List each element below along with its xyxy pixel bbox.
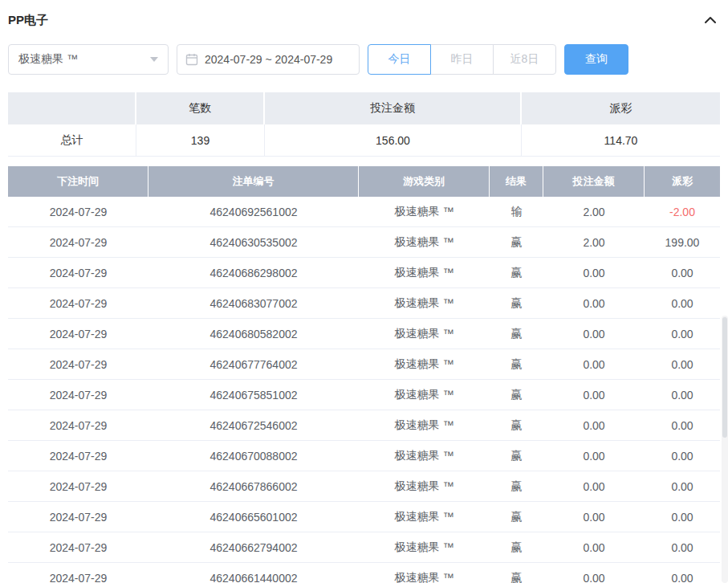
cell-payout: 0.00 <box>645 258 720 287</box>
table-row: 2024-07-29 46240672546002 极速糖果 ™ 赢 0.00 … <box>8 410 720 441</box>
table-row: 2024-07-29 46240630535002 极速糖果 ™ 赢 2.00 … <box>8 227 720 258</box>
date-range-input[interactable]: 2024-07-29 ~ 2024-07-29 <box>177 44 360 75</box>
cell-bet-amount: 0.00 <box>543 410 645 440</box>
cell-bet-amount: 0.00 <box>543 471 645 501</box>
cell-game-type: 极速糖果 ™ <box>359 441 490 471</box>
cell-bet-time: 2024-07-29 <box>8 197 148 226</box>
summary-total-label: 总计 <box>8 124 136 157</box>
chevron-up-icon <box>704 16 717 24</box>
cell-payout: 0.00 <box>645 288 720 318</box>
cell-result: 赢 <box>490 288 543 318</box>
summary-header-row: 笔数 投注金额 派彩 <box>8 92 720 124</box>
yesterday-button[interactable]: 昨日 <box>430 44 494 75</box>
query-button[interactable]: 查询 <box>564 44 628 75</box>
cell-payout: 0.00 <box>645 349 720 379</box>
cell-game-type: 极速糖果 ™ <box>359 380 490 410</box>
cell-bet-amount: 0.00 <box>543 319 645 349</box>
game-select-value: 极速糖果 ™ <box>18 52 78 67</box>
cell-game-type: 极速糖果 ™ <box>359 471 490 501</box>
chevron-down-icon <box>150 57 158 62</box>
cell-result: 赢 <box>490 349 543 379</box>
cell-bet-amount: 2.00 <box>543 197 645 226</box>
cell-bet-amount: 0.00 <box>543 380 645 410</box>
table-row: 2024-07-29 46240667866002 极速糖果 ™ 赢 0.00 … <box>8 471 720 502</box>
cell-game-type: 极速糖果 ™ <box>359 227 490 257</box>
cell-result: 赢 <box>490 380 543 410</box>
cell-bet-time: 2024-07-29 <box>8 410 148 440</box>
cell-order-no: 46240662794002 <box>148 532 359 562</box>
cell-bet-time: 2024-07-29 <box>8 349 148 379</box>
cell-game-type: 极速糖果 ™ <box>359 563 490 583</box>
cell-bet-time: 2024-07-29 <box>8 471 148 501</box>
cell-order-no: 46240667866002 <box>148 471 359 501</box>
cell-game-type: 极速糖果 ™ <box>359 197 490 226</box>
cell-payout: 0.00 <box>645 471 720 501</box>
cell-order-no: 46240677764002 <box>148 349 359 379</box>
cell-payout: 0.00 <box>645 563 720 583</box>
cell-result: 赢 <box>490 227 543 257</box>
cell-result: 赢 <box>490 502 543 532</box>
panel-header: PP电子 <box>8 0 720 37</box>
today-button[interactable]: 今日 <box>368 44 431 75</box>
cell-bet-amount: 0.00 <box>543 258 645 287</box>
table-row: 2024-07-29 46240680582002 极速糖果 ™ 赢 0.00 … <box>8 319 720 349</box>
cell-bet-amount: 0.00 <box>543 349 645 379</box>
cell-game-type: 极速糖果 ™ <box>359 288 490 318</box>
collapse-panel-button[interactable] <box>701 13 720 27</box>
bet-records-table: 下注时间 注单编号 游戏类别 结果 投注金额 派彩 2024-07-29 462… <box>8 166 720 583</box>
cell-order-no: 46240680582002 <box>148 319 359 349</box>
cell-order-no: 46240675851002 <box>148 380 359 410</box>
summary-total-row: 总计 139 156.00 114.70 <box>8 124 720 157</box>
cell-payout: 0.00 <box>645 441 720 471</box>
cell-result: 赢 <box>490 563 543 583</box>
cell-bet-amount: 2.00 <box>543 227 645 257</box>
quick-date-button-group: 今日 昨日 近8日 <box>368 44 556 75</box>
summary-header-count: 笔数 <box>136 92 265 124</box>
header-order-no: 注单编号 <box>148 166 359 197</box>
scrollbar[interactable] <box>722 316 728 583</box>
scrollbar-thumb[interactable] <box>722 317 727 438</box>
cell-payout: 0.00 <box>645 380 720 410</box>
cell-bet-amount: 0.00 <box>543 502 645 532</box>
header-bet-amount: 投注金额 <box>543 166 645 197</box>
header-payout: 派彩 <box>645 166 720 197</box>
summary-total-bet-amount: 156.00 <box>265 124 522 157</box>
cell-result: 赢 <box>490 471 543 501</box>
cell-payout: 199.00 <box>645 227 720 257</box>
cell-game-type: 极速糖果 ™ <box>359 410 490 440</box>
cell-order-no: 46240670088002 <box>148 441 359 471</box>
cell-bet-time: 2024-07-29 <box>8 288 148 318</box>
pp-electronic-panel: PP电子 极速糖果 ™ 2024-07-29 ~ 2024-07-29 <box>0 0 728 583</box>
table-row: 2024-07-29 46240683077002 极速糖果 ™ 赢 0.00 … <box>8 288 720 319</box>
cell-bet-time: 2024-07-29 <box>8 502 148 532</box>
cell-result: 赢 <box>490 258 543 287</box>
cell-result: 赢 <box>490 532 543 562</box>
cell-bet-time: 2024-07-29 <box>8 380 148 410</box>
cell-payout: 0.00 <box>645 502 720 532</box>
cell-payout: -2.00 <box>645 197 720 226</box>
cell-order-no: 46240672546002 <box>148 410 359 440</box>
game-select[interactable]: 极速糖果 ™ <box>8 44 169 75</box>
page-title: PP电子 <box>8 13 48 28</box>
cell-order-no: 46240686298002 <box>148 258 359 287</box>
cell-order-no: 46240683077002 <box>148 288 359 318</box>
summary-header-empty <box>8 92 136 124</box>
cell-result: 赢 <box>490 441 543 471</box>
last-8-days-button[interactable]: 近8日 <box>493 44 556 75</box>
cell-result: 输 <box>490 197 543 226</box>
cell-result: 赢 <box>490 410 543 440</box>
cell-bet-time: 2024-07-29 <box>8 441 148 471</box>
table-header-row: 下注时间 注单编号 游戏类别 结果 投注金额 派彩 <box>8 166 720 197</box>
cell-game-type: 极速糖果 ™ <box>359 258 490 287</box>
summary-table: 笔数 投注金额 派彩 总计 139 156.00 114.70 <box>8 92 720 157</box>
cell-payout: 0.00 <box>645 410 720 440</box>
table-row: 2024-07-29 46240665601002 极速糖果 ™ 赢 0.00 … <box>8 502 720 532</box>
table-body: 2024-07-29 46240692561002 极速糖果 ™ 输 2.00 … <box>8 197 720 583</box>
cell-order-no: 46240630535002 <box>148 227 359 257</box>
cell-result: 赢 <box>490 319 543 349</box>
cell-order-no: 46240665601002 <box>148 502 359 532</box>
table-row: 2024-07-29 46240692561002 极速糖果 ™ 输 2.00 … <box>8 197 720 227</box>
cell-bet-amount: 0.00 <box>543 532 645 562</box>
cell-bet-time: 2024-07-29 <box>8 563 148 583</box>
cell-payout: 0.00 <box>645 319 720 349</box>
